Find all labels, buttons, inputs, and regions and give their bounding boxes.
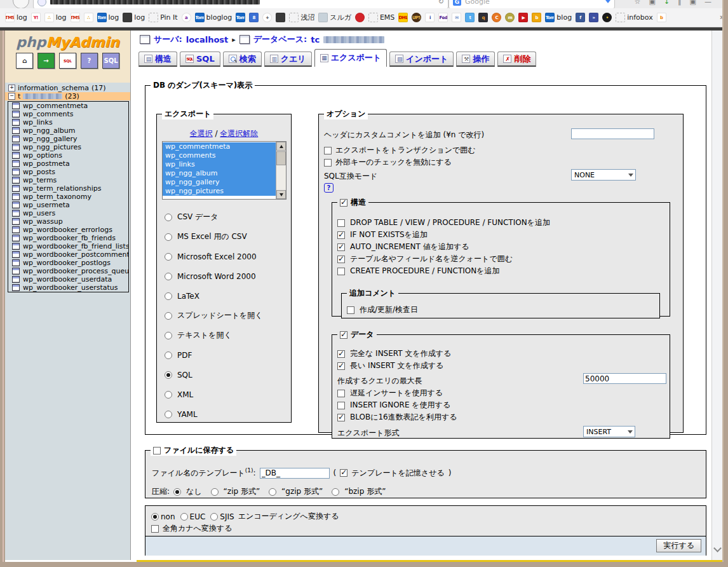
structure-option[interactable]: DROP TABLE / VIEW / PROCEDURE / FUNCTION…	[337, 217, 550, 229]
bookmark-item[interactable]: Pin It	[149, 13, 177, 22]
format-option[interactable]: Microsoft Word 2000	[165, 266, 263, 286]
sidebar-item-information-schema[interactable]: + information_schema (17)	[5, 84, 130, 92]
remember-template-checkbox[interactable]	[340, 469, 347, 477]
table-option-selected[interactable]: wp_links	[163, 160, 276, 169]
sidebar-table-item[interactable]: wp_ngg_pictures	[8, 143, 128, 151]
structure-option-checkbox[interactable]	[337, 268, 345, 275]
bookmark-item[interactable]: »	[589, 13, 598, 22]
encoding-radio[interactable]	[180, 513, 188, 521]
sidebar-table-item[interactable]: wp_wassup	[8, 217, 128, 226]
sidebar-table-item[interactable]: wp_users	[8, 209, 128, 217]
bookmark-item[interactable]: a	[182, 13, 191, 22]
table-option-selected[interactable]: wp_ngg_pictures	[163, 187, 276, 196]
format-option[interactable]: テキストを開く	[165, 325, 263, 345]
bookmark-item[interactable]: q	[478, 13, 488, 22]
bookmark-item[interactable]: b	[532, 13, 541, 22]
reload-icon[interactable]: ↻	[438, 0, 444, 6]
data-option-checkbox[interactable]	[337, 362, 345, 370]
export-type-select[interactable]: INSERT	[583, 426, 635, 437]
sql-mode-select[interactable]: NONE	[571, 169, 636, 181]
structure-option[interactable]: テーブル名やフィールド名を逆クォートで囲む	[337, 253, 550, 265]
format-radio[interactable]	[165, 332, 172, 339]
bookmark-item[interactable]: t	[465, 13, 475, 22]
help-icon[interactable]: ?	[81, 53, 98, 69]
format-option[interactable]: Microsoft Excel 2000	[165, 247, 263, 266]
logout-icon[interactable]: →	[37, 53, 55, 69]
table-option-selected[interactable]: wp_ngg_album	[163, 169, 276, 178]
page-scrollbar[interactable]	[711, 31, 722, 560]
structure-checkbox[interactable]	[340, 199, 347, 207]
structure-option[interactable]: IF NOT EXISTSを追加	[337, 229, 550, 241]
bookmark-item[interactable]: ▶	[518, 13, 528, 22]
format-option[interactable]: SQL	[165, 365, 263, 385]
sidebar-table-item[interactable]: wp_terms	[8, 176, 128, 184]
encoding-option[interactable]: EUC	[180, 512, 206, 521]
bookmark-item[interactable]: DHL	[398, 13, 408, 22]
tab-search[interactable]: 検索	[223, 51, 262, 67]
save-file-checkbox[interactable]	[153, 447, 161, 454]
expand-icon[interactable]: +	[8, 85, 15, 92]
sidebar-table-item[interactable]: wp_wordbooker_fb_friend_lists	[8, 242, 128, 250]
sidebar-table-item[interactable]: wp_comments	[8, 110, 128, 118]
sidebar-table-item[interactable]: wp_ngg_album	[8, 126, 128, 135]
structure-option-checkbox[interactable]	[337, 219, 345, 227]
filename-template-input[interactable]	[260, 468, 330, 479]
sidebar-table-item[interactable]: wp_usermeta	[8, 201, 128, 209]
foreign-key-checkbox[interactable]	[324, 159, 332, 167]
table-option-selected[interactable]: wp_comments	[163, 151, 276, 160]
tab-operations[interactable]: ⚒ 操作	[456, 51, 495, 67]
encoding-radio[interactable]	[210, 513, 218, 521]
data-option[interactable]: 完全な INSERT 文を作成する	[337, 348, 451, 360]
data-option-checkbox[interactable]	[337, 350, 345, 358]
sidebar-table-item[interactable]: wp_options	[8, 151, 128, 160]
format-option[interactable]: PDF	[165, 345, 263, 365]
sidebar-table-item[interactable]: wp_links	[8, 118, 128, 126]
sidebar-table-item[interactable]: wp_wordbooker_userstatus	[8, 284, 128, 292]
bookmark-item[interactable]: Tom log	[97, 13, 119, 22]
foreign-key-row[interactable]: 外部キーのチェックを無効にする	[324, 157, 452, 168]
format-radio[interactable]	[165, 312, 172, 320]
sidebar-table-item[interactable]: wp_wordbooker_fb_friends	[8, 234, 128, 242]
sidebar-table-item[interactable]: wp_term_taxonomy	[8, 193, 128, 201]
maxlen-input[interactable]	[583, 373, 666, 384]
pause-icon[interactable]: ‖	[678, 0, 682, 6]
sidebar-table-item[interactable]: wp_postmeta	[8, 160, 128, 168]
bookmark-item[interactable]: •	[602, 13, 612, 22]
bookmark-item[interactable]: ∴	[84, 13, 93, 22]
format-option[interactable]: MS Excel 用の CSV	[165, 227, 263, 247]
search-dropdown-icon[interactable]	[605, 0, 610, 3]
comments-option[interactable]: 作成/更新/検査日	[347, 304, 418, 316]
multiselect-scrollbar[interactable]	[276, 142, 286, 199]
bookmark-item[interactable]: Tom	[236, 13, 245, 22]
bookmark-item[interactable]: Fed	[438, 13, 448, 22]
home-icon[interactable]: ⌂	[16, 53, 33, 69]
sql-window-icon[interactable]: SQL	[59, 53, 76, 69]
sidebar-table-item[interactable]: wp_ngg_gallery	[8, 135, 128, 143]
bookmark-item[interactable]: スルガ	[318, 13, 351, 22]
data-checkbox[interactable]	[340, 331, 347, 339]
collapse-icon[interactable]: −	[8, 93, 15, 100]
kana-checkbox[interactable]	[151, 525, 159, 533]
table-multiselect[interactable]: wp_commentmetawp_commentswp_linkswp_ngg_…	[162, 141, 286, 200]
bookmark-item[interactable]: TMS log	[5, 13, 27, 22]
bookmark-item[interactable]: +	[262, 13, 272, 22]
download-icon[interactable]: ↓	[664, 0, 670, 6]
scroll-down-icon[interactable]	[276, 190, 286, 199]
search-box[interactable]: G Google	[448, 0, 615, 9]
format-radio[interactable]	[165, 371, 172, 379]
structure-option[interactable]: CREATE PROCEDURE / FUNCTIONを追加	[337, 265, 550, 277]
format-option[interactable]: CSV データ	[165, 207, 263, 227]
bookmark-star-icon[interactable]: ☆	[635, 0, 641, 6]
format-radio[interactable]	[165, 253, 172, 261]
format-option[interactable]: XML	[165, 385, 263, 404]
compression-radio[interactable]	[269, 488, 276, 496]
transaction-checkbox[interactable]	[324, 147, 332, 154]
tab-structure[interactable]: ▤ 構造	[138, 51, 177, 67]
data-option[interactable]: INSERT IGNORE を使用する	[337, 399, 457, 411]
transaction-row[interactable]: エクスポートをトランザクションで囲む	[324, 145, 476, 156]
structure-option[interactable]: AUTO_INCREMENT 値を追加する	[337, 241, 550, 253]
bookmark-item[interactable]: 8	[249, 13, 259, 22]
sidebar-item-current-database[interactable]: − t (23)	[5, 92, 130, 100]
tab-import[interactable]: ▧ インポート	[389, 51, 454, 67]
comments-option-checkbox[interactable]	[347, 306, 354, 314]
